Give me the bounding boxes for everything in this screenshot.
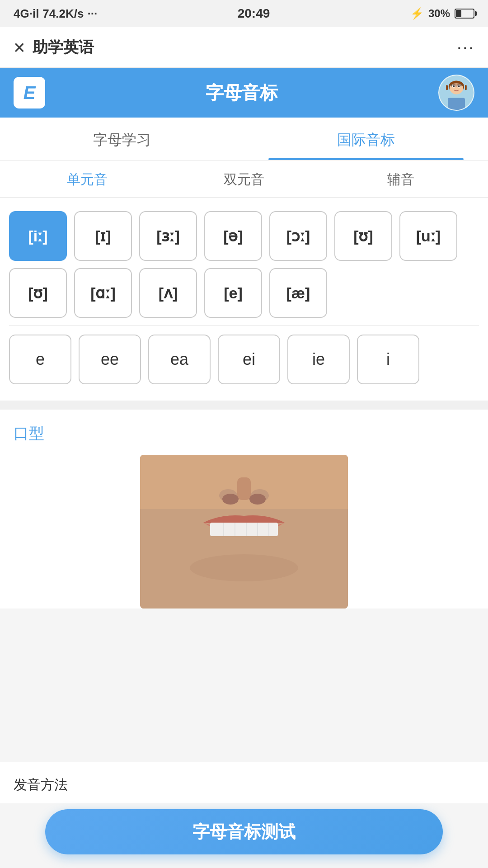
- svg-point-30: [190, 554, 298, 581]
- phonetic-btn-ar[interactable]: [ɑː]: [74, 268, 132, 318]
- phonetic-btn-uh[interactable]: [ʌ]: [139, 268, 197, 318]
- svg-point-21: [222, 494, 239, 505]
- svg-rect-20: [237, 477, 251, 500]
- sub-tab-diphthong[interactable]: 双元音: [166, 160, 323, 197]
- phonetic-btn-ae[interactable]: [æ]: [269, 268, 327, 318]
- more-menu-button[interactable]: ···: [457, 37, 474, 57]
- battery-icon: [455, 9, 474, 19]
- test-button[interactable]: 字母音标测试: [45, 809, 443, 854]
- main-tab-bar: 字母学习 国际音标: [0, 118, 488, 160]
- phonetic-divider: [9, 325, 479, 326]
- svg-rect-23: [210, 523, 278, 536]
- sub-tab-consonant[interactable]: 辅音: [322, 160, 479, 197]
- phonetic-row-2: [ʊ] [ɑː] [ʌ] [e] [æ]: [9, 268, 479, 318]
- svg-rect-2: [448, 98, 465, 110]
- phonetic-grid: [iː] [ɪ] [ɜː] [ə] [ɔː] [ʊ] [uː] [ʊ] [ɑː]…: [0, 198, 488, 401]
- phonetic-row-1: [iː] [ɪ] [ɜː] [ə] [ɔː] [ʊ] [uː]: [9, 211, 479, 261]
- phonetic-btn-ii[interactable]: [iː]: [9, 211, 67, 261]
- spelling-row: e ee ea ei ie i: [9, 335, 479, 384]
- spelling-btn-i[interactable]: i: [357, 335, 419, 384]
- header-bar: E 字母音标: [0, 68, 488, 118]
- tab-letter-learning[interactable]: 字母学习: [0, 118, 244, 160]
- sub-tab-monophthong[interactable]: 单元音: [9, 160, 166, 197]
- close-button[interactable]: ×: [14, 38, 25, 57]
- phonetic-btn-i[interactable]: [ɪ]: [74, 211, 132, 261]
- phonetic-btn-schwa[interactable]: [ə]: [204, 211, 262, 261]
- status-time: 20:49: [238, 6, 270, 21]
- spelling-btn-ie[interactable]: ie: [287, 335, 350, 384]
- spelling-btn-ei[interactable]: ei: [218, 335, 280, 384]
- app-logo: E: [14, 77, 45, 108]
- svg-rect-15: [453, 83, 460, 87]
- header-title: 字母音标: [206, 80, 278, 105]
- status-left: 4G·il 74.2K/s ···: [14, 7, 97, 21]
- mouth-image: [140, 455, 348, 609]
- sub-tab-bar: 单元音 双元音 辅音: [0, 160, 488, 198]
- phonetic-btn-oo-short[interactable]: [ʊ]: [334, 211, 392, 261]
- svg-rect-4: [465, 85, 467, 90]
- mouth-section-title: 口型: [14, 423, 474, 444]
- network-speed: 74.2K/s: [42, 7, 84, 21]
- status-dots: ···: [87, 7, 97, 21]
- phonetic-btn-e[interactable]: [e]: [204, 268, 262, 318]
- bluetooth-icon: ⚡: [410, 7, 424, 20]
- section-separator: [0, 401, 488, 410]
- nav-bar: × 助学英语 ···: [0, 27, 488, 68]
- footer-section: 发音方法: [0, 762, 488, 803]
- svg-point-22: [249, 494, 266, 505]
- status-right: ⚡ 30%: [410, 7, 474, 20]
- phonetic-btn-oo2[interactable]: [ʊ]: [9, 268, 67, 318]
- spelling-btn-e[interactable]: e: [9, 335, 71, 384]
- mouth-section: 口型: [0, 410, 488, 609]
- battery-percent: 30%: [428, 7, 450, 20]
- footer-label: 发音方法: [14, 777, 68, 792]
- tab-international-phonetic[interactable]: 国际音标: [244, 118, 488, 160]
- page-title: 助学英语: [33, 37, 94, 58]
- nav-left: × 助学英语: [14, 37, 94, 58]
- spelling-btn-ea[interactable]: ea: [148, 335, 211, 384]
- svg-rect-3: [446, 85, 448, 90]
- status-bar: 4G·il 74.2K/s ··· 20:49 ⚡ 30%: [0, 0, 488, 27]
- bottom-btn-container: 字母音标测试: [0, 809, 488, 854]
- phonetic-btn-uu[interactable]: [uː]: [399, 211, 457, 261]
- user-avatar[interactable]: [438, 75, 474, 111]
- spelling-btn-ee[interactable]: ee: [79, 335, 141, 384]
- network-signal: 4G·il: [14, 7, 39, 21]
- phonetic-btn-er[interactable]: [ɜː]: [139, 211, 197, 261]
- phonetic-btn-or[interactable]: [ɔː]: [269, 211, 327, 261]
